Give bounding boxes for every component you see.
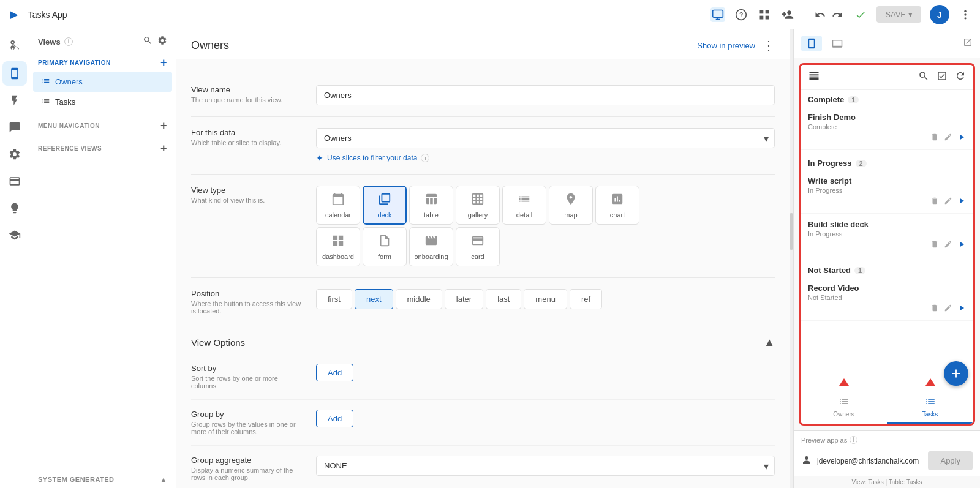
- avatar[interactable]: J: [930, 5, 949, 24]
- preview-tablet-tab[interactable]: [827, 36, 848, 51]
- use-slices-link[interactable]: ✦ Use slices to filter your data i: [316, 153, 775, 163]
- view-type-detail[interactable]: detail: [502, 186, 546, 225]
- show-preview-button[interactable]: Show in preview: [697, 41, 755, 50]
- pos-middle[interactable]: middle: [396, 289, 442, 309]
- view-type-map[interactable]: map: [549, 186, 593, 225]
- pos-last[interactable]: last: [486, 289, 521, 309]
- iconbar-item-flash[interactable]: [2, 88, 27, 113]
- task-delete-icon-2[interactable]: [930, 197, 939, 207]
- preview-panel: Complete 1 Finish Demo Complete: [793, 29, 980, 488]
- view-type-table[interactable]: table: [409, 186, 453, 225]
- task-edit-icon[interactable]: [944, 133, 952, 143]
- task-play-icon[interactable]: [957, 133, 966, 143]
- preview-nav-tasks-icon: [925, 396, 936, 410]
- iconbar-item-grid[interactable]: [2, 115, 27, 140]
- sidebar-settings-icon[interactable]: [157, 36, 167, 48]
- person-add-icon[interactable]: [780, 7, 795, 22]
- view-type-deck[interactable]: deck: [363, 186, 407, 225]
- for-data-label: For this data: [191, 128, 301, 137]
- preview-toolbar: [801, 65, 973, 90]
- iconbar-item-cap[interactable]: [2, 223, 27, 247]
- iconbar-item-settings[interactable]: [2, 142, 27, 167]
- pos-ref[interactable]: ref: [570, 289, 602, 309]
- grid-icon[interactable]: [757, 7, 772, 22]
- preview-mobile-tab[interactable]: [801, 36, 822, 51]
- main-layout: Views i PRIMARY NAVIGATION + Owners: [0, 29, 980, 488]
- monitor-icon[interactable]: [710, 7, 725, 22]
- group-add-button[interactable]: Add: [316, 410, 353, 427]
- save-button[interactable]: SAVE ▾: [876, 6, 921, 23]
- check-icon[interactable]: [853, 7, 868, 22]
- reference-views-add[interactable]: +: [160, 142, 167, 155]
- topbar-icons: ? SAVE ▾ J: [710, 5, 973, 24]
- view-options-chevron[interactable]: ▲: [764, 336, 775, 349]
- divider: [804, 7, 804, 22]
- sort-add-button[interactable]: Add: [316, 364, 353, 381]
- task-play-icon-4[interactable]: [957, 304, 966, 314]
- sidebar: Views i PRIMARY NAVIGATION + Owners: [29, 29, 176, 488]
- preview-bottom-nav: Owners Tasks: [801, 391, 973, 424]
- group-by-label: Group by: [191, 410, 301, 419]
- pos-menu[interactable]: menu: [524, 289, 567, 309]
- svg-rect-7: [760, 15, 764, 19]
- task-edit-icon-3[interactable]: [944, 240, 952, 250]
- apply-button[interactable]: Apply: [928, 451, 973, 470]
- task-edit-icon-4[interactable]: [944, 304, 952, 314]
- form-for-data: For this data Which table or slice to di…: [191, 117, 775, 175]
- svg-rect-8: [766, 15, 769, 19]
- preview-check-icon[interactable]: [937, 70, 948, 84]
- primary-nav-add[interactable]: +: [160, 56, 167, 69]
- more-menu-icon[interactable]: [958, 7, 973, 22]
- preview-menu-icon[interactable]: [808, 70, 820, 84]
- preview-nav-tasks[interactable]: Tasks: [887, 391, 973, 424]
- preview-nav-owners[interactable]: Owners: [801, 391, 887, 424]
- sidebar-item-owners[interactable]: Owners: [33, 72, 172, 92]
- pos-later[interactable]: later: [445, 289, 483, 309]
- iconbar-item-security[interactable]: [2, 169, 27, 193]
- pos-first[interactable]: first: [316, 289, 352, 309]
- iconbar-item-mobile[interactable]: [2, 61, 27, 86]
- for-data-select[interactable]: Owners: [316, 128, 775, 148]
- view-options-title: View Options: [191, 337, 245, 348]
- task-play-icon-3[interactable]: [957, 240, 966, 250]
- preview-search-icon[interactable]: [918, 70, 929, 84]
- preview-fab[interactable]: [944, 361, 968, 386]
- view-type-chart[interactable]: chart: [595, 186, 639, 225]
- sidebar-search-icon[interactable]: [143, 36, 153, 48]
- menu-nav-add[interactable]: +: [160, 119, 167, 132]
- system-generated-chevron[interactable]: ▲: [160, 476, 167, 483]
- undo-icon[interactable]: [813, 7, 827, 22]
- task-delete-icon-4[interactable]: [930, 304, 939, 314]
- task-delete-icon-3[interactable]: [930, 240, 939, 250]
- view-name-input[interactable]: [316, 85, 775, 105]
- view-type-form[interactable]: form: [363, 227, 407, 266]
- iconbar-item-scissors[interactable]: [2, 34, 27, 59]
- pos-next[interactable]: next: [355, 289, 393, 309]
- iconbar-item-bulb[interactable]: [2, 196, 27, 220]
- help-icon[interactable]: ?: [734, 7, 748, 22]
- sidebar-item-tasks[interactable]: Tasks: [33, 92, 172, 112]
- sort-by-row: Sort by Sort the rows by one or more col…: [191, 354, 775, 400]
- scroll-thumb[interactable]: [790, 213, 793, 250]
- view-name-label: View name: [191, 85, 301, 94]
- preview-as-container: Preview app as i jdeveloper@christiancha…: [794, 430, 980, 476]
- preview-refresh-icon[interactable]: [955, 70, 966, 84]
- views-info-icon[interactable]: i: [64, 37, 73, 46]
- view-type-dashboard[interactable]: dashboard: [316, 227, 360, 266]
- redo-icon[interactable]: [830, 7, 845, 22]
- view-type-onboarding[interactable]: onboarding: [409, 227, 453, 266]
- view-type-gallery[interactable]: gallery: [456, 186, 500, 225]
- group-aggregate-select[interactable]: NONE: [316, 456, 775, 476]
- view-type-calendar[interactable]: calendar: [316, 186, 360, 225]
- task-play-icon-2[interactable]: [957, 197, 966, 207]
- view-type-grid: calendar deck: [316, 186, 775, 225]
- icon-bar: [0, 29, 29, 488]
- content-more-icon[interactable]: ⋮: [763, 38, 775, 53]
- task-delete-icon[interactable]: [930, 133, 939, 143]
- preview-expand-icon[interactable]: [963, 37, 973, 50]
- group-inprogress-header: In Progress 2: [801, 154, 973, 170]
- view-type-sublabel: What kind of view this is.: [191, 197, 301, 204]
- view-type-card[interactable]: card: [456, 227, 500, 266]
- task-edit-icon-2[interactable]: [944, 197, 952, 207]
- task-record-video: Record Video Not Started: [801, 277, 973, 321]
